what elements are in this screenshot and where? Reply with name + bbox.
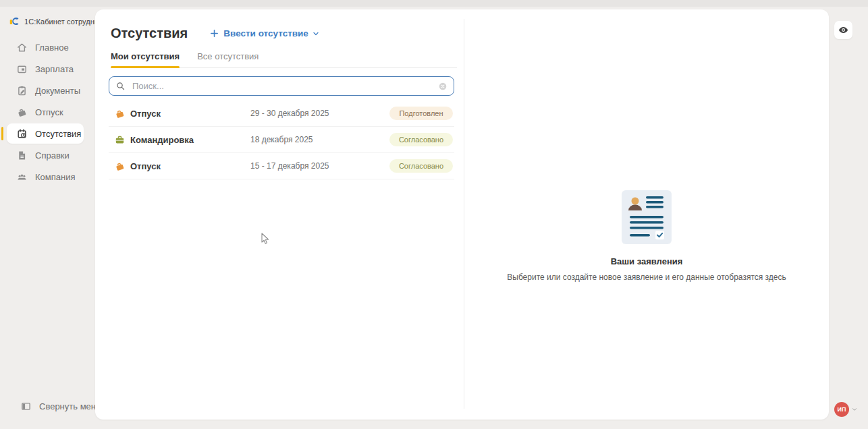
sidebar-item[interactable]: Главное	[7, 37, 84, 57]
collapse-panel-icon	[20, 401, 32, 412]
sidebar-item-label: Справки	[35, 150, 70, 161]
chevron-down-icon	[312, 30, 320, 38]
application-document-illustration	[622, 190, 672, 244]
tab[interactable]: Мои отсутствия	[111, 51, 180, 67]
absence-list: Отпуск 29 - 30 декабря 2025 Подготовлен …	[109, 101, 454, 179]
sidebar-item[interactable]: Компания	[7, 167, 84, 187]
clear-search-icon[interactable]	[438, 82, 447, 91]
page-header: Отсутствия Ввести отсутствие	[111, 26, 320, 41]
plus-icon	[209, 28, 219, 38]
app-window: 1С:Кабинет сотрудника Главное Зарплата Д…	[0, 0, 868, 429]
avatar: ИП	[834, 402, 849, 417]
absence-row[interactable]: Отпуск 15 - 17 декабря 2025 Согласовано	[109, 153, 454, 179]
tab[interactable]: Все отсутствия	[197, 51, 259, 67]
status-badge: Подготовлен	[389, 107, 453, 120]
absence-type-icon	[114, 161, 126, 172]
sidebar-item[interactable]: Отпуск	[7, 102, 84, 122]
absence-type: Командировка	[130, 135, 250, 145]
absence-type: Отпуск	[130, 109, 250, 119]
status-badge: Согласовано	[389, 159, 453, 173]
sidebar-item-label: Отсутствия	[35, 129, 81, 139]
sidebar-item[interactable]: Зарплата	[7, 59, 84, 79]
sidebar-item-icon	[16, 150, 28, 161]
sidebar-item[interactable]: Отсутствия	[7, 123, 84, 144]
collapse-menu-button[interactable]: Свернуть меню	[20, 401, 103, 412]
absence-row[interactable]: Командировка 18 декабря 2025 Согласовано	[109, 127, 454, 153]
sidebar-item-label: Отпуск	[35, 107, 63, 117]
window-top-edge	[0, 0, 868, 7]
absence-type-icon	[114, 134, 126, 146]
add-absence-button[interactable]: Ввести отсутствие	[209, 28, 320, 38]
chevron-down-icon	[851, 406, 858, 413]
page-title: Отсутствия	[111, 26, 188, 41]
search-icon	[115, 81, 126, 91]
1c-logo-icon	[9, 16, 20, 26]
eye-icon	[838, 24, 849, 36]
visibility-button[interactable]	[834, 21, 852, 39]
main-content-card: Отсутствия Ввести отсутствие Мои отсутст…	[95, 9, 829, 420]
sidebar-item-icon	[16, 42, 28, 53]
sidebar-item-label: Компания	[35, 172, 76, 182]
add-absence-label: Ввести отсутствие	[223, 28, 308, 38]
sidebar-item-icon	[16, 171, 28, 183]
app-title: 1С:Кабинет сотрудника	[24, 18, 107, 26]
sidebar-nav: Главное Зарплата Документы Отпуск Отсутс…	[0, 37, 94, 188]
sidebar-item-label: Зарплата	[35, 64, 74, 74]
tab-label: Мои отсутствия	[111, 51, 180, 61]
sidebar-item-label: Главное	[35, 42, 69, 53]
search-box	[109, 76, 454, 96]
empty-state-title: Ваши заявления	[464, 256, 829, 266]
sidebar-item-icon	[16, 128, 28, 140]
detail-empty-state: Ваши заявления Выберите или создайте нов…	[464, 190, 829, 282]
tab-label: Все отсутствия	[197, 51, 259, 61]
sidebar-item-icon	[16, 63, 28, 75]
sidebar-item[interactable]: Справки	[7, 145, 84, 165]
absence-dates: 29 - 30 декабря 2025	[250, 109, 389, 118]
empty-state-description: Выберите или создайте новое заявление и …	[464, 273, 829, 282]
absence-dates: 18 декабря 2025	[250, 135, 389, 144]
sidebar-item-label: Документы	[35, 86, 80, 96]
status-badge: Согласовано	[389, 133, 453, 146]
sidebar-item-icon	[16, 85, 28, 96]
user-menu[interactable]: ИП	[834, 402, 858, 417]
absence-type: Отпуск	[130, 161, 250, 171]
absence-tabs: Мои отсутствия Все отсутствия	[111, 51, 457, 68]
absence-type-icon	[114, 108, 126, 119]
app-logo: 1С:Кабинет сотрудника	[9, 16, 107, 26]
sidebar-item[interactable]: Документы	[7, 80, 84, 101]
absence-dates: 15 - 17 декабря 2025	[250, 161, 389, 171]
absence-row[interactable]: Отпуск 29 - 30 декабря 2025 Подготовлен	[109, 101, 454, 127]
search-input[interactable]	[131, 80, 433, 92]
collapse-menu-label: Свернуть меню	[39, 401, 103, 411]
sidebar-item-icon	[16, 107, 28, 118]
